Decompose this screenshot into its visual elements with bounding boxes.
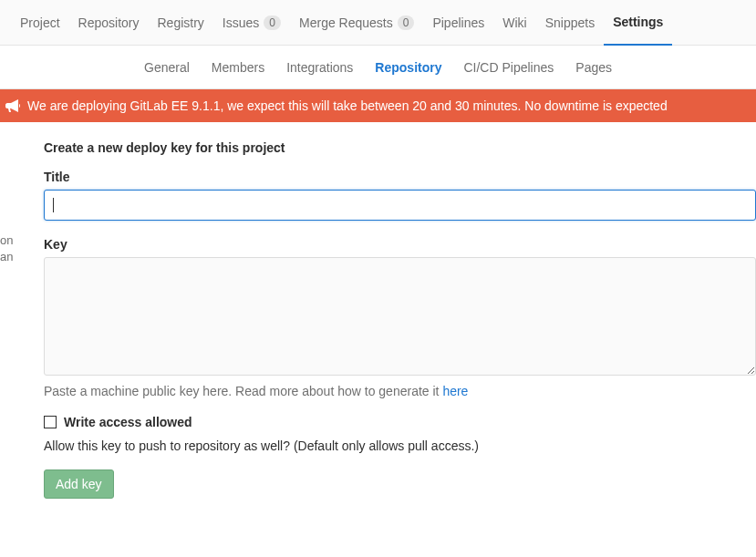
sub-nav: General Members Integrations Repository … (0, 46, 756, 89)
generate-help-link[interactable]: here (442, 384, 468, 398)
issues-count-badge: 0 (264, 15, 281, 30)
subnav-integrations[interactable]: Integrations (275, 46, 364, 89)
nav-merge-requests[interactable]: Merge Requests 0 (290, 0, 423, 46)
mr-count-badge: 0 (398, 15, 415, 30)
subnav-pages[interactable]: Pages (564, 46, 623, 89)
subnav-general[interactable]: General (133, 46, 201, 89)
text-cursor (53, 198, 54, 212)
side-text-fragment: on an (0, 232, 13, 265)
title-input[interactable] (44, 190, 756, 221)
key-help: Paste a machine public key here. Read mo… (44, 384, 756, 398)
nav-settings[interactable]: Settings (604, 0, 672, 46)
write-access-row[interactable]: Write access allowed (44, 415, 756, 429)
key-group: Key Paste a machine public key here. Rea… (44, 237, 756, 398)
write-access-label: Write access allowed (64, 415, 192, 429)
section-heading: Create a new deploy key for this project (44, 140, 756, 155)
nav-issues-label: Issues (223, 15, 259, 30)
nav-wiki[interactable]: Wiki (493, 0, 535, 46)
subnav-repository[interactable]: Repository (364, 46, 452, 89)
nav-snippets[interactable]: Snippets (536, 0, 604, 46)
key-label: Key (44, 237, 756, 252)
title-group: Title (44, 170, 756, 221)
nav-repository[interactable]: Repository (69, 0, 149, 46)
main-content: Create a new deploy key for this project… (0, 122, 756, 517)
write-access-help: Allow this key to push to repository as … (44, 438, 756, 453)
key-textarea[interactable] (44, 257, 756, 376)
title-label: Title (44, 170, 756, 184)
subnav-members[interactable]: Members (201, 46, 275, 89)
broadcast-banner: We are deploying GitLab EE 9.1.1, we exp… (0, 89, 756, 122)
subnav-cicd[interactable]: CI/CD Pipelines (452, 46, 564, 89)
add-key-button[interactable]: Add key (44, 469, 114, 499)
nav-registry[interactable]: Registry (149, 0, 213, 46)
nav-mr-label: Merge Requests (299, 15, 393, 30)
top-nav: Project Repository Registry Issues 0 Mer… (0, 0, 756, 46)
write-access-checkbox[interactable] (44, 416, 57, 428)
bullhorn-icon (5, 99, 20, 112)
broadcast-text: We are deploying GitLab EE 9.1.1, we exp… (27, 98, 668, 113)
nav-project[interactable]: Project (11, 0, 69, 46)
nav-pipelines[interactable]: Pipelines (423, 0, 493, 46)
nav-issues[interactable]: Issues 0 (213, 0, 290, 46)
